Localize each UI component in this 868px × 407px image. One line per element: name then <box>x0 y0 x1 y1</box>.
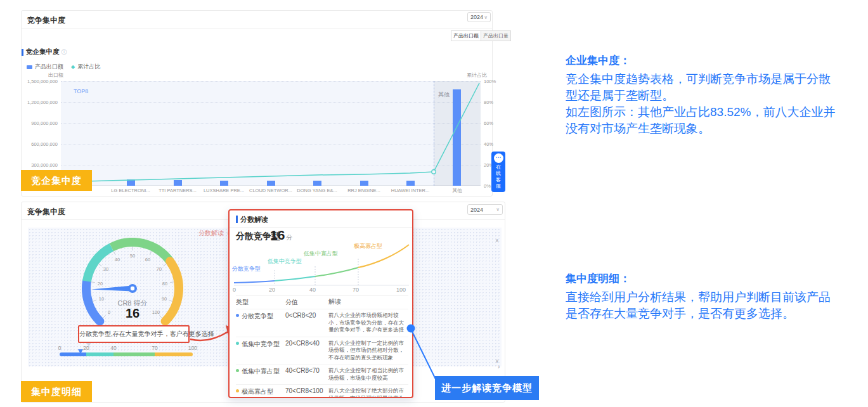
popup-table-row: 低集中寡占型 40<CR8<70 前八大企业控制了相当比例的市场份额，市场集中度… <box>236 365 408 385</box>
x-tick: HUAWEI INTER... <box>385 188 436 193</box>
dot-icon <box>236 342 239 345</box>
service-char: 线 <box>496 171 501 177</box>
y-tick: 1,200,000,000 <box>22 100 58 105</box>
zone-label: 低集中竞争型 <box>268 257 302 266</box>
y-tick: 600,000,000 <box>22 141 58 147</box>
page: 竞争集中度 2024 ∨ 产品出口额 产品出口量 竞企集中度 ⓘ 产品出口额 ◆… <box>0 0 868 407</box>
slider-tick: 40 <box>107 345 120 351</box>
year-select[interactable]: 2024 ∨ <box>467 12 491 22</box>
slider-segment-orange <box>155 352 193 356</box>
x-tick: TTI PARTNERS... <box>152 188 203 193</box>
gauge-tick: 20 <box>94 281 107 287</box>
y-tick-right: 80% <box>484 100 503 105</box>
slider-segment-green <box>113 352 155 356</box>
section-header: 竞企集中度 ⓘ <box>22 48 67 56</box>
y-tick-right: 100% <box>484 79 503 84</box>
gauge-tick: 10 <box>95 296 108 302</box>
connector-dot-icon <box>407 325 415 333</box>
note-concentration-detail: 集中度明细： 直接给到用户分析结果，帮助用户判断目前该产品 是否存在大量竞争对手… <box>566 271 868 322</box>
section-title: 竞企集中度 <box>26 48 60 56</box>
note2-line: 是否存在大量竞争对手，是否有更多选择。 <box>566 306 868 322</box>
divider <box>22 28 492 29</box>
online-service-button[interactable]: ⋯ 在 线 客 服 <box>491 152 505 192</box>
cumulative-line <box>61 81 481 186</box>
note1-line: 竞企集中度趋势表格，可判断竞争市场是属于分散 <box>566 71 868 87</box>
panel1-title: 竞争集中度 <box>27 15 65 26</box>
note-enterprise-concentration: 企业集中度： 竞企集中度趋势表格，可判断竞争市场是属于分散 型还是属于垄断型。 … <box>566 53 868 137</box>
diamond-swatch-icon: ◆ <box>71 64 75 70</box>
score-explain-popup: 分数解读 分散竞争型 16 分 分散竞争型 低集中竞争型 低集中寡占型 极高寡占… <box>228 209 413 398</box>
y-tick-right: 40% <box>484 141 503 147</box>
note1-heading: 企业集中度： <box>566 53 868 68</box>
legend-bar-series[interactable]: 产品出口额 <box>27 63 63 71</box>
legend-line-series[interactable]: ◆ 累计占比 <box>71 63 100 71</box>
note2-line: 直接给到用户分析结果，帮助用户判断目前该产品 <box>566 289 868 306</box>
scroll-up-icon[interactable]: ∧ <box>495 238 499 243</box>
legend-line-label: 累计占比 <box>77 63 100 71</box>
popup-table-row: 极高寡占型 70<CR8<100 前八大企业控制了绝大部分的市场份额，市场呈现出… <box>236 385 408 398</box>
popup-score: 16 <box>270 228 285 243</box>
note1-line: 如左图所示：其他产业占比83.52%，前八大企业并 <box>566 104 868 120</box>
curve-tick: 20 <box>269 287 283 293</box>
curve-tick: 40 <box>309 287 323 293</box>
panel-competition-concentration-top: 竞争集中度 2024 ∨ 产品出口额 产品出口量 竞企集中度 ⓘ 产品出口额 ◆… <box>21 10 493 197</box>
dot-icon <box>236 389 239 392</box>
bar-swatch-icon <box>27 65 32 69</box>
overlay-label-competitor-concentration: 竞企集中度 <box>21 170 92 191</box>
gauge-value: 16 <box>107 306 158 321</box>
y-axis-right-title: 累计占比 <box>467 72 487 79</box>
line-marker-icon[interactable] <box>432 170 436 174</box>
info-icon[interactable]: ⓘ <box>62 48 67 56</box>
popup-score-unit: 分 <box>286 233 292 242</box>
y-axis-left-title: 出口额 <box>48 72 63 79</box>
service-char: 在 <box>496 164 501 171</box>
popup-header: 分数解读 <box>240 215 268 224</box>
chat-bubble-icon: ⋯ <box>494 153 503 163</box>
gauge-tick: 30 <box>100 266 112 272</box>
zone-label: 分散竞争型 <box>232 265 261 273</box>
y-tick-right: 60% <box>484 120 503 126</box>
zone-label: 极高寡占型 <box>354 242 382 250</box>
note1-line: 型还是属于垄断型。 <box>566 87 868 104</box>
gauge-tick: 60 <box>141 257 154 262</box>
chart-legend: 产品出口额 ◆ 累计占比 <box>27 63 100 71</box>
tab-export-amount[interactable]: 产品出口额 <box>451 30 481 41</box>
service-char: 客 <box>496 177 501 183</box>
y-tick: 1,500,000,000 <box>22 79 58 84</box>
note2-heading: 集中度明细： <box>566 271 868 286</box>
x-tick: RRJ ENGINE... <box>339 188 389 193</box>
x-tick: DONG YANG E&... <box>292 188 342 193</box>
tab-export-volume[interactable]: 产品出口量 <box>481 30 511 41</box>
score-link-label: 分数解读 <box>198 229 224 236</box>
x-tick: CLOUD NETWOR... <box>245 188 296 193</box>
gauge-tick: 90 <box>158 296 171 302</box>
dot-icon <box>236 369 239 372</box>
note1-line: 没有对市场产生垄断现象。 <box>566 120 868 137</box>
curve-tick: 0 <box>233 287 247 293</box>
section-bar <box>22 49 23 56</box>
year-value: 2024 <box>470 14 483 20</box>
slider-tick: 70 <box>148 345 161 351</box>
gauge-tick: 40 <box>111 257 124 262</box>
popup-table-row: 低集中竞争型 20<CR8<40 前八大企业控制了一定比例的市场份额，但市场仍然… <box>236 337 408 365</box>
popup-table-header: 类型 分值 解读 <box>236 295 408 309</box>
metric-tabs: 产品出口额 产品出口量 <box>451 30 511 41</box>
bar-line-chart: TOP8 其他 <box>61 81 481 186</box>
interpret-model-button[interactable]: 进一步解读竞争模型 <box>435 376 539 400</box>
x-tick: LUXSHARE PRE... <box>198 188 249 193</box>
year-select-2[interactable]: 2024 ∨ <box>467 204 503 215</box>
year-value-2: 2024 <box>470 207 483 213</box>
slider-tick: 100 <box>186 345 199 351</box>
gauge-tooltip: 分散竞争型,存在大量竞争对手，客户有更多选择 <box>78 325 190 343</box>
gauge-tick: 50 <box>126 253 139 259</box>
curve-tick: 100 <box>396 287 410 293</box>
chevron-down-icon: ∨ <box>484 15 488 20</box>
gauge-tick: 70 <box>153 266 165 272</box>
x-tick: LG ELECTRONI... <box>105 188 156 193</box>
popup-table-row: 分散竞争型 0<CR8<20 前八大企业的市场份额相对较小，市场竞争较为分散，存… <box>236 309 408 337</box>
y-tick: 900,000,000 <box>22 120 58 126</box>
slider-marker-icon[interactable] <box>78 349 83 354</box>
scroll-right-icon[interactable]: › <box>498 363 500 370</box>
popup-header-bar <box>236 216 238 223</box>
y-tick: 300,000,000 <box>22 162 58 168</box>
